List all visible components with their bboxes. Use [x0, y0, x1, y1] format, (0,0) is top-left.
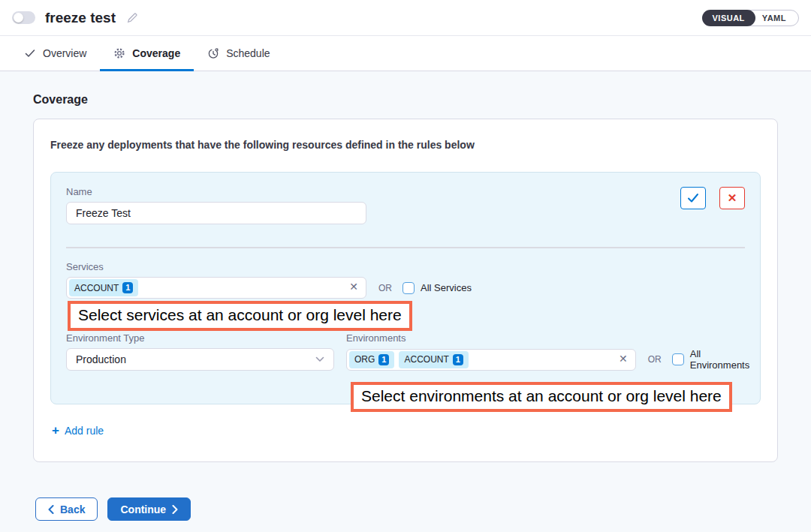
continue-button-label: Continue	[120, 503, 166, 515]
name-row: Name ✕	[66, 186, 745, 224]
environment-tag-org[interactable]: ORG 1	[349, 351, 394, 368]
chevron-right-icon	[172, 505, 178, 514]
pencil-icon	[126, 11, 139, 24]
cancel-x-icon: ✕	[728, 191, 737, 205]
edit-title-button[interactable]	[126, 11, 139, 24]
top-header: freeze test VISUAL YAML	[0, 0, 811, 36]
environments-group: Environments ORG 1 ACCOUNT 1 ✕	[346, 332, 760, 371]
chevron-down-icon	[315, 356, 324, 362]
all-services-label: All Services	[421, 282, 472, 293]
environment-type-select[interactable]: Production	[66, 348, 334, 371]
tag-count-badge: 1	[122, 282, 133, 293]
tag-text: ACCOUNT	[404, 354, 448, 365]
confirm-check-icon	[687, 193, 699, 203]
gear-icon	[113, 47, 125, 59]
main-content: Coverage Freeze any deployments that hav…	[0, 71, 811, 521]
services-multiselect[interactable]: ACCOUNT 1 ✕	[66, 277, 366, 299]
rule-edit-actions: ✕	[680, 187, 745, 209]
tag-text: ACCOUNT	[74, 283, 119, 293]
environments-multiselect[interactable]: ORG 1 ACCOUNT 1 ✕	[346, 349, 636, 371]
environment-type-value: Production	[76, 353, 126, 365]
back-button[interactable]: Back	[35, 497, 98, 521]
toggle-knob	[14, 13, 23, 23]
page-title: freeze test	[45, 10, 116, 26]
service-tag-account[interactable]: ACCOUNT 1	[69, 279, 138, 296]
tag-text: ORG	[354, 354, 375, 365]
plus-icon: +	[52, 424, 59, 437]
name-input[interactable]	[66, 202, 366, 224]
tag-count-badge: 1	[378, 354, 389, 365]
services-label: Services	[66, 261, 745, 272]
add-rule-button[interactable]: + Add rule	[52, 424, 104, 437]
services-or-label: OR	[378, 283, 392, 293]
all-environments-checkbox[interactable]	[672, 353, 684, 365]
environments-or-label: OR	[648, 354, 662, 365]
tab-overview[interactable]: Overview	[11, 36, 100, 71]
environment-tag-account[interactable]: ACCOUNT 1	[399, 351, 468, 368]
name-label: Name	[66, 186, 366, 197]
tab-coverage-label: Coverage	[132, 47, 180, 59]
cancel-rule-button[interactable]: ✕	[719, 187, 745, 209]
tab-bar: Overview Coverage Schedule	[0, 36, 811, 71]
tab-overview-label: Overview	[43, 47, 86, 59]
tag-count-badge: 1	[453, 354, 463, 365]
visual-mode-button[interactable]: VISUAL	[702, 10, 755, 26]
footer-actions: Back Continue	[35, 497, 811, 521]
environment-type-group: Environment Type Production	[66, 332, 334, 371]
rule-divider	[66, 247, 745, 248]
services-annotation: Select services at an account or org lev…	[68, 301, 412, 331]
environments-clear-icon[interactable]: ✕	[619, 353, 628, 364]
environments-annotation: Select environments at an account or org…	[351, 382, 732, 412]
tab-coverage[interactable]: Coverage	[100, 36, 194, 71]
coverage-card-intro: Freeze any deployments that have the fol…	[50, 139, 761, 151]
environment-type-label: Environment Type	[66, 332, 334, 344]
check-icon	[24, 47, 36, 59]
continue-button[interactable]: Continue	[107, 497, 191, 521]
back-button-label: Back	[60, 503, 85, 515]
tab-schedule[interactable]: Schedule	[194, 36, 283, 71]
all-environments-label: All Environments	[690, 348, 761, 371]
tab-schedule-label: Schedule	[226, 47, 270, 59]
coverage-card: Freeze any deployments that have the fol…	[33, 119, 778, 462]
rule-card: Name ✕ Services	[50, 172, 761, 404]
add-rule-label: Add rule	[65, 425, 104, 437]
visual-yaml-switch: VISUAL YAML	[702, 10, 800, 26]
name-field-group: Name	[66, 186, 366, 224]
environment-row: Environment Type Production Environments…	[66, 332, 745, 371]
services-row: ACCOUNT 1 ✕ OR All Services	[66, 277, 745, 299]
all-services-checkbox[interactable]	[402, 282, 415, 294]
confirm-rule-button[interactable]	[680, 187, 706, 209]
freeze-enabled-toggle[interactable]	[12, 11, 35, 24]
services-clear-icon[interactable]: ✕	[349, 281, 358, 292]
environments-row: ORG 1 ACCOUNT 1 ✕ OR All Environments	[346, 348, 760, 371]
coverage-heading: Coverage	[33, 93, 811, 107]
schedule-clock-icon	[207, 47, 219, 59]
chevron-left-icon	[48, 505, 54, 514]
environments-label: Environments	[346, 332, 760, 344]
